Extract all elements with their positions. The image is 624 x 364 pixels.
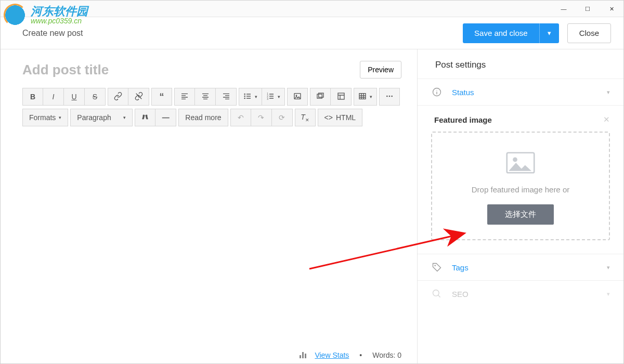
tag-icon — [431, 262, 443, 273]
preview-button[interactable]: Preview — [360, 61, 401, 79]
media-gallery-button[interactable] — [310, 88, 331, 106]
tags-panel-label: Tags — [452, 263, 597, 272]
blockquote-button[interactable]: “ — [151, 88, 172, 106]
module-button[interactable] — [331, 88, 352, 106]
svg-point-13 — [386, 95, 388, 97]
caret-down-icon: ▾ — [607, 291, 610, 297]
caret-down-icon: ▾ — [607, 264, 610, 271]
save-dropdown-button[interactable]: ▾ — [539, 23, 559, 43]
featured-image-title: Featured image — [434, 115, 492, 124]
binoculars-button[interactable] — [135, 109, 155, 126]
caret-down-icon: ▾ — [278, 94, 280, 99]
unlink-button[interactable] — [128, 88, 149, 106]
horizontal-rule-button[interactable]: — — [155, 109, 176, 126]
align-center-button[interactable] — [195, 88, 216, 106]
image-icon — [293, 92, 302, 102]
bullet-list-button[interactable]: ▾ — [239, 88, 262, 106]
dots-menu-button[interactable] — [379, 88, 400, 106]
dropzone-text: Drop featured image here or — [441, 185, 600, 194]
unlink-icon — [135, 92, 143, 102]
view-stats-link[interactable]: View Stats — [315, 351, 349, 359]
align-left-button[interactable] — [174, 88, 195, 106]
align-left-icon — [180, 92, 189, 102]
caret-down-icon: ▾ — [59, 115, 61, 120]
editor-toolbar: B I U S “ ▾ 123▾ — [22, 88, 401, 106]
svg-rect-10 — [319, 93, 323, 97]
separator-dot: • — [359, 351, 362, 359]
svg-point-18 — [436, 90, 437, 90]
bold-button[interactable]: B — [22, 88, 43, 106]
status-panel-header[interactable]: Status ▾ — [418, 79, 623, 105]
info-icon — [431, 86, 443, 98]
close-button[interactable]: Close — [567, 23, 611, 43]
close-panel-icon[interactable]: ✕ — [603, 115, 610, 124]
choose-file-button[interactable]: 选择文件 — [487, 204, 554, 225]
post-settings-sidebar: Post settings Status ▾ Featured image ✕ … — [418, 49, 623, 364]
dots-horizontal-icon — [385, 92, 394, 102]
save-and-close-button[interactable]: Save and close — [463, 23, 539, 43]
clear-formatting-button[interactable]: T✕ — [295, 109, 316, 126]
svg-point-14 — [389, 95, 391, 97]
bullet-list-icon — [243, 92, 252, 102]
stats-icon — [300, 352, 306, 358]
svg-point-15 — [391, 95, 393, 97]
svg-point-2 — [244, 95, 245, 97]
window-titlebar: — ☐ ✕ — [1, 1, 623, 17]
caret-down-icon: ▾ — [123, 115, 126, 120]
italic-button[interactable]: I — [43, 88, 64, 106]
undo-button[interactable]: ↶ — [230, 109, 251, 126]
table-icon — [358, 92, 367, 102]
numbered-list-icon: 123 — [266, 92, 275, 102]
html-source-button[interactable]: <>HTML — [318, 109, 362, 126]
page-title: Create new post — [22, 29, 83, 38]
window-close-button[interactable]: ✕ — [600, 1, 623, 17]
numbered-list-button[interactable]: 123▾ — [262, 88, 285, 106]
history-button[interactable]: ⟳ — [272, 109, 293, 126]
svg-point-22 — [433, 290, 439, 296]
svg-rect-9 — [317, 94, 322, 98]
caret-down-icon: ▾ — [548, 29, 551, 37]
svg-line-23 — [438, 295, 440, 297]
code-icon: <> — [324, 113, 333, 122]
formats-dropdown[interactable]: Formats▾ — [22, 109, 68, 126]
underline-button[interactable]: U — [64, 88, 85, 106]
svg-rect-12 — [359, 93, 366, 99]
editor-content-area[interactable] — [22, 129, 401, 347]
window-maximize-button[interactable]: ☐ — [576, 1, 600, 17]
caret-down-icon: ▾ — [370, 94, 372, 99]
editor-toolbar-row-2: Formats▾ Paragraph▾ — Read more ↶ ↷ ⟳ T✕… — [22, 109, 401, 126]
hr-icon: — — [162, 113, 170, 122]
sidebar-title: Post settings — [418, 49, 623, 79]
align-right-button[interactable] — [216, 88, 237, 106]
image-placeholder-icon — [441, 151, 600, 176]
paragraph-dropdown[interactable]: Paragraph▾ — [70, 109, 133, 126]
table-button[interactable]: ▾ — [354, 88, 377, 106]
link-icon — [114, 92, 122, 102]
window-minimize-button[interactable]: — — [552, 1, 576, 17]
svg-point-1 — [244, 93, 245, 95]
status-panel-label: Status — [452, 88, 597, 97]
tags-panel-header[interactable]: Tags ▾ — [418, 254, 623, 280]
featured-image-dropzone[interactable]: Drop featured image here or 选择文件 — [431, 132, 610, 240]
link-button[interactable] — [108, 88, 128, 106]
module-icon — [337, 92, 345, 102]
featured-image-panel: Featured image ✕ Drop featured image her… — [418, 105, 623, 254]
gallery-icon — [316, 92, 324, 102]
caret-down-icon: ▾ — [607, 89, 610, 96]
quote-icon: “ — [160, 92, 164, 102]
redo-icon: ↷ — [258, 113, 264, 122]
redo-button[interactable]: ↷ — [251, 109, 272, 126]
clear-format-icon: T✕ — [301, 113, 309, 123]
svg-point-21 — [434, 265, 436, 266]
read-more-button[interactable]: Read more — [178, 109, 228, 126]
svg-point-3 — [244, 97, 245, 99]
strikethrough-button[interactable]: S — [85, 88, 106, 106]
post-title-input[interactable] — [22, 62, 360, 78]
seo-panel-label: SEO — [452, 290, 597, 298]
editor-area: Preview B I U S “ ▾ — [1, 49, 418, 364]
search-icon — [431, 288, 443, 300]
seo-panel-header[interactable]: SEO ▾ — [418, 280, 623, 307]
caret-down-icon: ▾ — [255, 94, 257, 99]
image-button[interactable] — [287, 88, 308, 106]
svg-rect-11 — [338, 93, 344, 99]
